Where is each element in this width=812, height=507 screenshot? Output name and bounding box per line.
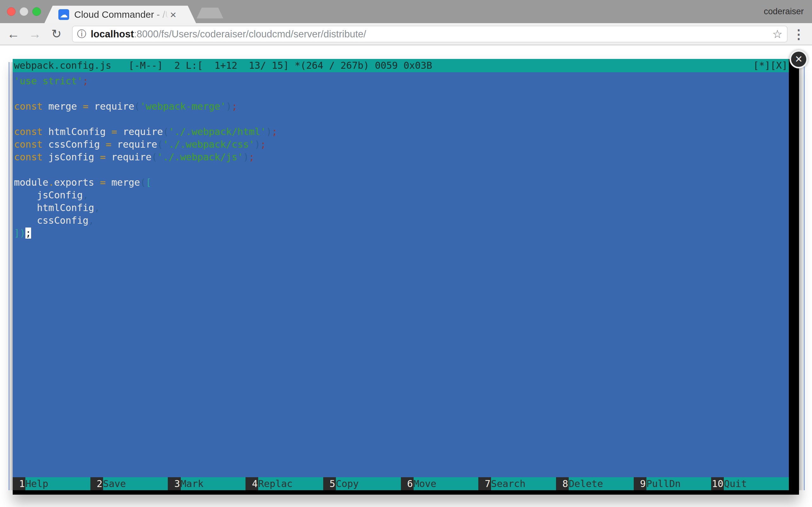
code-line: cssConfig, (14, 214, 788, 227)
tab-title: Cloud Commander - /Users/co (74, 9, 169, 20)
url-host: localhost (91, 29, 134, 40)
reload-icon[interactable]: ↻ (48, 26, 65, 43)
window-zoom-button[interactable] (32, 7, 41, 16)
fkey-item[interactable]: 10Quit (711, 477, 789, 490)
fkey-item[interactable]: 8Delete (556, 477, 634, 490)
editor-overlay: webpack.config.js [-M--] 2 L:[ 1+12 13/ … (13, 59, 799, 495)
back-icon[interactable]: ← (5, 26, 21, 43)
code-line (14, 164, 788, 176)
browser-tab[interactable]: ☁ Cloud Commander - /Users/co × (44, 6, 196, 23)
browser-toolbar: ← → ↻ ⓘ localhost:8000/fs/Users/coderais… (0, 23, 812, 45)
code-line: 'use strict'; (14, 75, 788, 88)
window-close-button[interactable] (7, 7, 15, 16)
new-tab-button[interactable] (197, 8, 223, 18)
fkey-item[interactable]: 2Save (90, 477, 168, 490)
profile-name[interactable]: coderaiser (764, 7, 804, 16)
fkey-item[interactable]: 5Copy (323, 477, 401, 490)
tab-close-icon[interactable]: × (170, 9, 176, 20)
fkey-item[interactable]: 1Help (13, 477, 90, 490)
code-line: jsConfig, (14, 189, 788, 202)
code-line: const cssConfig = require('./.webpack/cs… (14, 138, 788, 151)
code-line: const htmlConfig = require('./.webpack/h… (14, 125, 788, 138)
code-line (14, 113, 788, 125)
fkey-item[interactable]: 7Search (478, 477, 556, 490)
url-text[interactable]: localhost:8000/fs/Users/coderaiser/cloud… (91, 29, 768, 40)
code-line: const merge = require('webpack-merge'); (14, 100, 788, 113)
fkey-item[interactable]: 6Move (401, 477, 478, 490)
address-bar[interactable]: ⓘ localhost:8000/fs/Users/coderaiser/clo… (72, 26, 788, 43)
panel-border-right (804, 62, 805, 490)
fkey-item[interactable]: 4Replac (246, 477, 323, 490)
browser-menu-icon[interactable]: ⋮ (792, 26, 805, 43)
window-controls (7, 7, 41, 16)
fkey-bar: 1Help 2Save 3Mark 4Replac 5Copy 6Move 7S… (13, 477, 789, 490)
fkey-item[interactable]: 3Mark (168, 477, 246, 490)
editor-shadow-right (799, 62, 804, 490)
code-line (14, 88, 788, 100)
code-line: ]); (14, 227, 788, 239)
bookmark-star-icon[interactable]: ☆ (772, 27, 782, 41)
code-line: module.exports = merge([ (14, 176, 788, 189)
editor-close-button[interactable]: ✕ (790, 50, 808, 68)
page-info-icon[interactable]: ⓘ (77, 28, 86, 41)
code-line: htmlConfig, (14, 202, 788, 214)
forward-icon: → (27, 26, 43, 43)
code-area[interactable]: 'use strict';const merge = require('webp… (13, 72, 789, 477)
url-path: :8000/fs/Users/coderaiser/cloudcmd/serve… (134, 29, 366, 40)
editor-header-status: webpack.config.js [-M--] 2 L:[ 1+12 13/ … (14, 59, 432, 72)
editor-header-flags: [*][X] (753, 59, 788, 72)
cloud-favicon-icon: ☁ (58, 9, 69, 20)
browser-tab-strip: ☁ Cloud Commander - /Users/co × coderais… (0, 0, 812, 23)
editor-shadow-left (9, 62, 13, 490)
code-line: const jsConfig = require('./.webpack/js'… (14, 151, 788, 164)
window-minimize-button[interactable] (20, 7, 28, 16)
close-icon: ✕ (791, 52, 806, 67)
editor-header: webpack.config.js [-M--] 2 L:[ 1+12 13/ … (13, 59, 789, 72)
fkey-item[interactable]: 9PullDn (634, 477, 711, 490)
